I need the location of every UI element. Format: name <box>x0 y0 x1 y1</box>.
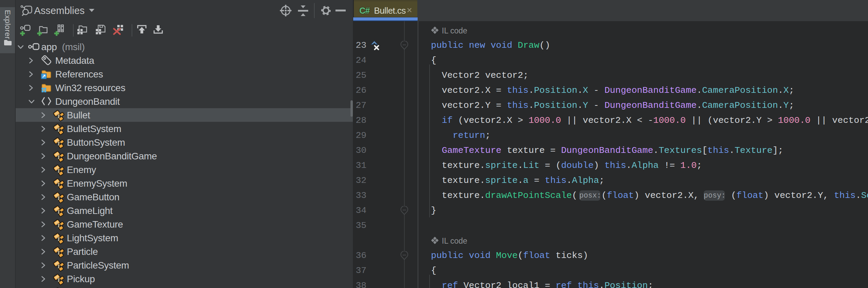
svg-text:T: T <box>57 210 61 215</box>
svg-text:T: T <box>57 114 61 119</box>
svg-text:T: T <box>57 278 61 283</box>
svg-text:T: T <box>57 128 61 133</box>
svg-text:T: T <box>57 196 61 201</box>
svg-text:T: T <box>57 155 61 160</box>
svg-text:T: T <box>57 250 61 256</box>
svg-text:T: T <box>57 182 61 187</box>
svg-text:T: T <box>57 237 61 242</box>
svg-text:T: T <box>57 141 61 146</box>
svg-text:T: T <box>57 223 61 228</box>
svg-text:T: T <box>57 169 61 174</box>
svg-text:T: T <box>57 264 61 269</box>
